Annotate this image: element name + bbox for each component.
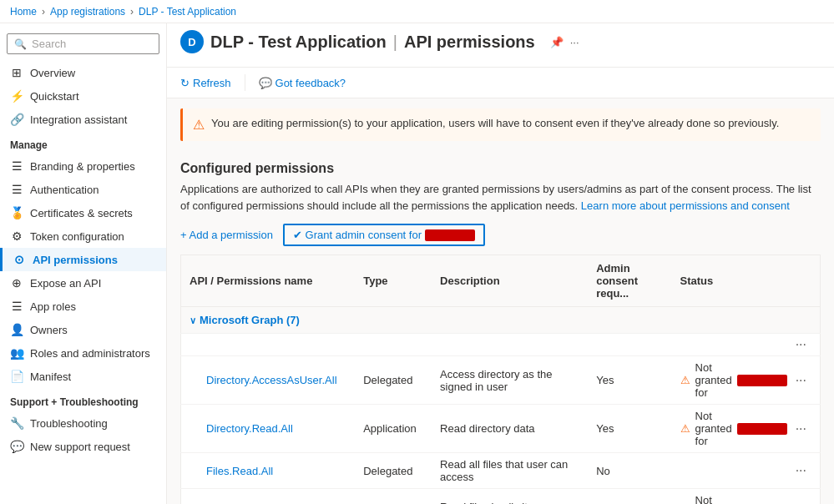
section-desc: Applications are authorized to call APIs… xyxy=(180,181,821,214)
permissions-toolbar: + Add a permission ✔ Grant admin consent… xyxy=(180,224,821,246)
pin-icon[interactable]: 📌 xyxy=(550,36,564,48)
refresh-button[interactable]: ↻ Refresh xyxy=(180,77,231,89)
sidebar-label-overview: Overview xyxy=(30,67,75,79)
sidebar-label-roles-admin: Roles and administrators xyxy=(30,347,150,360)
app-roles-icon: ☰ xyxy=(10,300,23,313)
sidebar-item-expose-api[interactable]: ⊕ Expose an API xyxy=(0,271,166,295)
sidebar-label-branding: Branding & properties xyxy=(30,160,135,173)
roles-admin-icon: 👥 xyxy=(10,346,23,360)
col-type: Type xyxy=(355,255,432,307)
search-input[interactable] xyxy=(32,38,152,50)
col-admin-consent: Admin consent requ... xyxy=(588,255,671,307)
permission-name[interactable]: Files.Read.All xyxy=(206,465,273,477)
col-status: Status xyxy=(672,255,821,307)
owners-icon: 👤 xyxy=(10,323,23,336)
breadcrumb-sep-1: › xyxy=(42,6,45,18)
group-more-button[interactable]: ··· xyxy=(791,335,811,354)
permission-description: Access directory as the signed in user xyxy=(432,356,588,405)
breadcrumb-current: DLP - Test Application xyxy=(139,6,236,18)
new-support-icon: 💬 xyxy=(10,440,23,453)
sidebar-item-api-permissions[interactable]: ⊙ API permissions xyxy=(0,248,166,271)
toolbar: ↻ Refresh 💬 Got feedback? xyxy=(167,68,834,98)
sidebar-item-branding[interactable]: ☰ Branding & properties xyxy=(0,154,166,178)
page-title-sep: | xyxy=(393,33,397,52)
status-redacted xyxy=(737,423,787,435)
permission-name[interactable]: Directory.AccessAsUser.All xyxy=(206,374,337,386)
permission-name[interactable]: Directory.Read.All xyxy=(206,422,293,435)
permission-description: Read files in all site collections xyxy=(432,489,588,505)
permission-type: Application xyxy=(355,405,432,453)
sidebar-item-authentication[interactable]: ☰ Authentication xyxy=(0,178,166,201)
row-more-button[interactable]: ··· xyxy=(791,420,811,438)
status-text: Not granted for xyxy=(695,361,732,399)
learn-more-link[interactable]: Learn more about permissions and consent xyxy=(581,199,790,212)
table-row: Files.Read.All Application Read files in… xyxy=(181,489,821,505)
permission-description: Read all files that user can access xyxy=(432,453,588,489)
status-cell: ⚠Not granted for ··· xyxy=(672,489,821,505)
warning-text: You are editing permission(s) to your ap… xyxy=(211,117,779,129)
status-text: Not granted for xyxy=(695,410,732,447)
search-icon: 🔍 xyxy=(14,38,27,50)
integration-icon: 🔗 xyxy=(10,113,23,126)
status-redacted xyxy=(737,375,787,386)
table-group-row: ∨Microsoft Graph (7) xyxy=(181,307,821,334)
page-title: DLP - Test Application xyxy=(210,33,387,52)
sidebar-item-app-roles[interactable]: ☰ App roles xyxy=(0,295,166,318)
warning-icon: ⚠ xyxy=(193,117,205,133)
sidebar-item-new-support[interactable]: 💬 New support request xyxy=(0,435,166,458)
sidebar-item-quickstart[interactable]: ⚡ Quickstart xyxy=(0,84,166,108)
breadcrumb-sep-2: › xyxy=(130,6,134,18)
add-permission-button[interactable]: + Add a permission xyxy=(180,229,273,241)
permission-type: Delegated xyxy=(355,453,432,489)
admin-consent-value: Yes xyxy=(588,405,671,453)
permission-type: Delegated xyxy=(355,356,432,405)
sidebar-label-authentication: Authentication xyxy=(30,184,99,196)
breadcrumb-home[interactable]: Home xyxy=(10,6,37,18)
table-row: ··· xyxy=(181,334,821,356)
table-row: Files.Read.All Delegated Read all files … xyxy=(181,453,821,489)
row-more-button[interactable]: ··· xyxy=(791,461,811,480)
tenant-redacted xyxy=(425,229,475,241)
sidebar-item-integration[interactable]: 🔗 Integration assistant xyxy=(0,108,166,131)
breadcrumb-app-reg[interactable]: App registrations xyxy=(50,6,125,18)
grant-consent-button[interactable]: ✔ Grant admin consent for xyxy=(283,224,485,246)
search-box[interactable]: 🔍 xyxy=(7,33,159,54)
sidebar: 🔍 ⊞ Overview ⚡ Quickstart 🔗 Integration … xyxy=(0,23,167,504)
row-more-button[interactable]: ··· xyxy=(791,371,811,390)
sidebar-item-certificates[interactable]: 🏅 Certificates & secrets xyxy=(0,201,166,224)
branding-icon: ☰ xyxy=(10,159,23,173)
sidebar-item-owners[interactable]: 👤 Owners xyxy=(0,318,166,341)
sidebar-label-token: Token configuration xyxy=(30,230,124,243)
token-icon: ⚙ xyxy=(10,229,23,243)
status-text: Not granted for xyxy=(695,494,732,504)
col-description: Description xyxy=(432,255,588,307)
sidebar-item-troubleshooting[interactable]: 🔧 Troubleshooting xyxy=(0,411,166,435)
sidebar-label-troubleshooting: Troubleshooting xyxy=(30,417,108,430)
section-title: Configured permissions xyxy=(180,161,821,176)
authentication-icon: ☰ xyxy=(10,183,23,196)
feedback-button[interactable]: 💬 Got feedback? xyxy=(259,77,346,89)
permission-description: Read directory data xyxy=(432,405,588,453)
status-cell: ⚠Not granted for ··· xyxy=(672,356,821,405)
sidebar-item-manifest[interactable]: 📄 Manifest xyxy=(0,365,166,388)
troubleshooting-icon: 🔧 xyxy=(10,416,23,430)
group-chevron: ∨ xyxy=(190,315,196,325)
permission-type: Application xyxy=(355,489,432,505)
certificates-icon: 🏅 xyxy=(10,206,23,219)
sidebar-item-roles-admin[interactable]: 👥 Roles and administrators xyxy=(0,341,166,365)
page-subtitle: API permissions xyxy=(404,33,535,52)
sidebar-label-api-permissions: API permissions xyxy=(33,254,118,266)
feedback-icon: 💬 xyxy=(259,77,272,89)
sidebar-label-manifest: Manifest xyxy=(30,370,71,383)
sidebar-item-token[interactable]: ⚙ Token configuration xyxy=(0,224,166,248)
status-cell: ⚠Not granted for ··· xyxy=(672,405,821,453)
sidebar-label-app-roles: App roles xyxy=(30,300,76,313)
sidebar-label-integration: Integration assistant xyxy=(30,113,127,126)
sidebar-item-overview[interactable]: ⊞ Overview xyxy=(0,61,166,84)
more-icon[interactable]: ··· xyxy=(570,36,579,48)
table-row: Directory.Read.All Application Read dire… xyxy=(181,405,821,453)
page-header: D DLP - Test Application | API permissio… xyxy=(167,23,834,68)
app-icon: D xyxy=(180,30,204,53)
manifest-icon: 📄 xyxy=(10,370,23,383)
warning-banner: ⚠ You are editing permission(s) to your … xyxy=(180,108,821,141)
